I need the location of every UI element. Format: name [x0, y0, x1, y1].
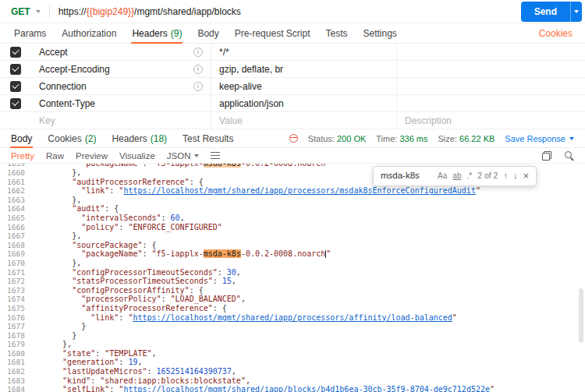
tab-settings[interactable]: Settings: [356, 23, 405, 43]
info-icon[interactable]: i: [193, 48, 203, 57]
code-line: 1671 "configProcessorTimeoutSeconds": 30…: [0, 268, 585, 277]
checkbox-checked[interactable]: [10, 47, 21, 58]
chevron-down-icon: [574, 10, 579, 13]
wrap-text-icon[interactable]: [211, 152, 220, 159]
header-value-cell[interactable]: */*: [211, 44, 396, 60]
header-key-cell[interactable]: Accept i: [31, 44, 211, 60]
chevron-down-icon: [194, 154, 199, 157]
header-key-cell[interactable]: Key: [31, 112, 211, 129]
view-tab-pretty[interactable]: Pretty: [11, 151, 34, 161]
find-previous-button[interactable]: ↑: [503, 171, 508, 181]
headers-count-badge: (9): [171, 28, 183, 39]
checkbox-checked[interactable]: [10, 64, 21, 75]
send-options-button[interactable]: [570, 2, 582, 22]
view-tab-raw[interactable]: Raw: [46, 151, 64, 161]
header-key-cell[interactable]: Content-Type: [31, 95, 211, 111]
code-line: 1672 "statsProcessorTimeoutSeconds": 15,: [0, 277, 585, 286]
save-response-button[interactable]: Save Response: [505, 134, 574, 143]
code-line: 1666 "policy": "ENFORCE_CONFIGURED": [0, 223, 585, 232]
search-icon[interactable]: [564, 150, 574, 161]
chevron-down-icon: [569, 137, 574, 140]
header-description-cell[interactable]: [396, 44, 585, 60]
header-row: Connection i keep-alive: [0, 78, 585, 95]
code-line: 1668 "sourcePackage": {: [0, 241, 585, 250]
find-next-button[interactable]: ↓: [513, 171, 518, 181]
code-line: 1677 }: [0, 322, 585, 331]
cookies-link[interactable]: Cookies: [539, 23, 585, 43]
url-bar: GET https://{{bigip249}}/mgmt/shared/iap…: [0, 0, 585, 23]
response-bar: Body Cookies(2) Headers(18) Test Results…: [0, 129, 585, 148]
send-label: Send: [534, 6, 557, 17]
code-line: 1670 },: [0, 259, 585, 268]
send-button-group: Send: [521, 2, 582, 22]
find-input[interactable]: msda-k8s: [381, 171, 432, 181]
code-line: 1679 },: [0, 340, 585, 349]
response-meta: Status: 200 OK Time: 336 ms Size: 66.22 …: [289, 129, 585, 147]
code-line: 1673 "configProcessorAffinity": {: [0, 286, 585, 295]
code-lines: 1659 "packageName": "f5-iapplx-msda-k8s-…: [0, 164, 585, 392]
code-line: 1675 "affinityProcessorReference": {: [0, 304, 585, 313]
code-line: 1680 "state": "TEMPLATE",: [0, 349, 585, 358]
chevron-down-icon: [36, 10, 41, 13]
header-value-cell[interactable]: application/json: [211, 95, 396, 111]
find-bar: msda-k8s Aa ab .* 2 of 2 ↑ ↓ ×: [373, 166, 537, 186]
header-key: Content-Type: [39, 98, 95, 109]
cookies-count-badge: (2): [85, 133, 97, 144]
checkbox-checked[interactable]: [10, 98, 21, 109]
tab-headers[interactable]: Headers(9): [124, 23, 190, 43]
toolbar-right-icons: [542, 150, 574, 161]
format-dropdown[interactable]: JSON: [167, 151, 200, 161]
status-value: 200 OK: [337, 134, 366, 143]
header-value-cell[interactable]: Value: [211, 112, 396, 129]
method-label: GET: [11, 6, 30, 17]
header-key-cell[interactable]: Connection i: [31, 78, 211, 94]
header-description-cell[interactable]: Description: [396, 112, 585, 129]
header-row: Content-Type application/json: [0, 95, 585, 112]
response-body-viewer[interactable]: 1659 "packageName": "f5-iapplx-msda-k8s-…: [0, 164, 585, 392]
tab-tests[interactable]: Tests: [317, 23, 355, 43]
code-line: 1678 }: [0, 331, 585, 341]
info-icon[interactable]: i: [193, 65, 203, 74]
network-warning-icon[interactable]: [289, 134, 298, 143]
copy-icon[interactable]: [542, 151, 551, 161]
header-key: Accept: [39, 47, 68, 58]
header-description-cell[interactable]: [396, 61, 585, 77]
header-row: Accept i */*: [0, 44, 585, 61]
size-label: Size:: [438, 134, 457, 143]
match-counter: 2 of 2: [477, 171, 498, 181]
tab-authorization[interactable]: Authorization: [54, 23, 124, 43]
response-tab-cookies[interactable]: Cookies(2): [40, 129, 104, 147]
tab-body[interactable]: Body: [190, 23, 226, 43]
header-key: Connection: [39, 81, 87, 92]
headers-table: Accept i */* Accept-Encoding i gzip, def…: [0, 44, 585, 129]
url-input[interactable]: https://{{bigip249}}/mgmt/shared/iapp/bl…: [58, 6, 515, 17]
header-key-cell[interactable]: Accept-Encoding i: [31, 61, 211, 77]
match-case-toggle[interactable]: Aa: [438, 171, 447, 181]
close-icon[interactable]: ×: [523, 171, 529, 181]
send-button[interactable]: Send: [521, 2, 570, 22]
header-value-cell[interactable]: gzip, deflate, br: [211, 61, 396, 77]
size-value: 66.22 KB: [459, 134, 495, 143]
header-value-cell[interactable]: keep-alive: [211, 78, 396, 94]
response-tab-headers[interactable]: Headers(18): [104, 129, 175, 147]
whole-word-toggle[interactable]: ab: [452, 171, 461, 181]
header-description-cell[interactable]: [396, 78, 585, 94]
checkbox-checked[interactable]: [10, 81, 21, 92]
method-selector[interactable]: GET: [11, 6, 41, 17]
vertical-scrollbar[interactable]: [579, 288, 583, 343]
response-tab-body[interactable]: Body: [3, 129, 40, 147]
divider: [49, 5, 50, 19]
info-icon[interactable]: i: [193, 82, 203, 91]
code-line: 1663 },: [0, 196, 585, 205]
view-tab-preview[interactable]: Preview: [76, 151, 108, 161]
code-line: 1662 "link": "https://localhost/mgmt/sha…: [0, 186, 585, 196]
response-view-toolbar: Pretty Raw Preview Visualize JSON: [0, 148, 585, 164]
header-description-cell[interactable]: [396, 95, 585, 111]
regex-toggle[interactable]: .*: [466, 171, 472, 181]
code-line: 1683 "kind": "shared:iapp:blocks:blockst…: [0, 376, 585, 386]
response-tab-test-results[interactable]: Test Results: [175, 129, 241, 147]
tab-params[interactable]: Params: [6, 23, 54, 43]
tab-pre-request-script[interactable]: Pre-request Script: [227, 23, 318, 43]
url-variable: {{bigip249}}: [87, 6, 134, 17]
view-tab-visualize[interactable]: Visualize: [119, 151, 155, 161]
